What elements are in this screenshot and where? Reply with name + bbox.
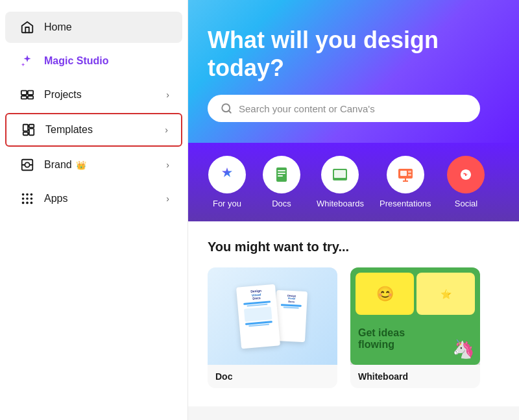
svg-rect-7	[23, 132, 28, 136]
sidebar-item-templates-label: Templates	[45, 124, 93, 136]
doc-card[interactable]: DesignVisualDocs DesignVisualDocs	[208, 267, 337, 388]
svg-line-22	[228, 111, 230, 113]
svg-rect-31	[408, 171, 411, 173]
sidebar-item-apps-label: Apps	[44, 193, 67, 204]
brand-icon	[18, 156, 36, 174]
category-whiteboards-icon	[321, 156, 359, 193]
brand-chevron-icon: ›	[166, 160, 169, 170]
sidebar-item-brand[interactable]: Brand 👑 ›	[5, 149, 182, 180]
svg-point-12	[22, 193, 25, 196]
hero-title: What will you design today?	[208, 26, 500, 82]
svg-rect-6	[29, 129, 34, 135]
category-social-icon	[447, 156, 485, 193]
sidebar-item-home-label: Home	[44, 21, 72, 33]
projects-chevron-icon: ›	[166, 90, 169, 100]
sidebar-item-templates[interactable]: Templates ›	[5, 113, 182, 147]
svg-rect-25	[278, 173, 285, 174]
svg-rect-2	[21, 96, 27, 99]
whiteboard-card[interactable]: 😊 ⭐ Get ideasflowing 🦄	[350, 267, 480, 388]
categories-row: For you Docs Whiteboards	[188, 143, 519, 221]
category-for-you-label: For you	[213, 199, 241, 208]
svg-rect-32	[408, 174, 411, 176]
apps-icon	[18, 190, 36, 208]
magic-studio-icon	[18, 52, 36, 70]
category-presentations[interactable]: Presentations	[380, 156, 431, 208]
category-docs[interactable]: Docs	[262, 156, 301, 208]
sidebar-item-magic-studio[interactable]: Magic Studio	[5, 45, 182, 77]
svg-point-19	[26, 202, 29, 204]
svg-rect-28	[334, 170, 346, 178]
svg-rect-5	[29, 125, 34, 128]
apps-chevron-icon: ›	[166, 193, 169, 204]
svg-point-18	[22, 202, 25, 204]
category-for-you[interactable]: For you	[208, 156, 247, 208]
category-docs-icon	[263, 156, 300, 193]
crown-icon: 👑	[76, 160, 86, 170]
svg-point-17	[30, 197, 33, 200]
sidebar-item-magic-studio-label: Magic Studio	[44, 55, 109, 67]
svg-rect-0	[21, 91, 27, 95]
sidebar-item-projects[interactable]: Projects ›	[5, 79, 182, 110]
doc-card-image: DesignVisualDocs DesignVisualDocs	[208, 267, 337, 365]
category-whiteboards[interactable]: Whiteboards	[317, 156, 364, 208]
sidebar-item-apps[interactable]: Apps ›	[5, 183, 182, 214]
suggestions-section: You might want to try... DesignVisualDoc…	[188, 221, 519, 406]
svg-point-13	[26, 193, 29, 196]
svg-rect-4	[23, 125, 28, 131]
svg-rect-26	[278, 175, 283, 177]
suggestions-title: You might want to try...	[208, 240, 500, 254]
svg-rect-23	[276, 167, 287, 182]
category-whiteboards-label: Whiteboards	[317, 199, 364, 208]
category-presentations-label: Presentations	[380, 199, 431, 208]
projects-icon	[18, 86, 36, 104]
svg-point-15	[22, 197, 25, 200]
svg-rect-1	[28, 91, 33, 95]
svg-rect-24	[278, 170, 285, 171]
svg-point-16	[26, 197, 29, 200]
sidebar-item-projects-label: Projects	[44, 89, 82, 101]
templates-chevron-icon: ›	[165, 125, 168, 135]
cards-row: DesignVisualDocs DesignVisualDocs	[208, 267, 500, 388]
whiteboard-card-image: 😊 ⭐ Get ideasflowing 🦄	[350, 267, 480, 365]
hero-banner: What will you design today? Search your …	[188, 0, 519, 143]
svg-rect-3	[28, 96, 33, 99]
svg-point-20	[30, 202, 33, 204]
category-social[interactable]: Social	[446, 156, 485, 208]
category-social-label: Social	[455, 199, 477, 208]
sidebar: Home Magic Studio Projects ›	[0, 0, 188, 420]
sidebar-item-brand-label: Brand	[44, 159, 72, 171]
doc-card-label: Doc	[208, 365, 337, 388]
svg-point-14	[30, 193, 33, 196]
svg-point-9	[25, 162, 29, 167]
whiteboard-card-label: Whiteboard	[350, 365, 480, 388]
templates-icon	[19, 121, 38, 139]
sidebar-item-home[interactable]: Home	[5, 12, 182, 43]
home-icon	[18, 18, 36, 36]
search-icon	[221, 103, 232, 114]
main-content: What will you design today? Search your …	[188, 0, 519, 420]
category-presentations-icon	[387, 156, 424, 193]
category-for-you-icon	[208, 156, 246, 193]
svg-rect-30	[400, 171, 407, 176]
category-docs-label: Docs	[272, 199, 291, 208]
search-placeholder: Search your content or Canva's	[239, 103, 375, 114]
search-bar[interactable]: Search your content or Canva's	[208, 95, 480, 122]
